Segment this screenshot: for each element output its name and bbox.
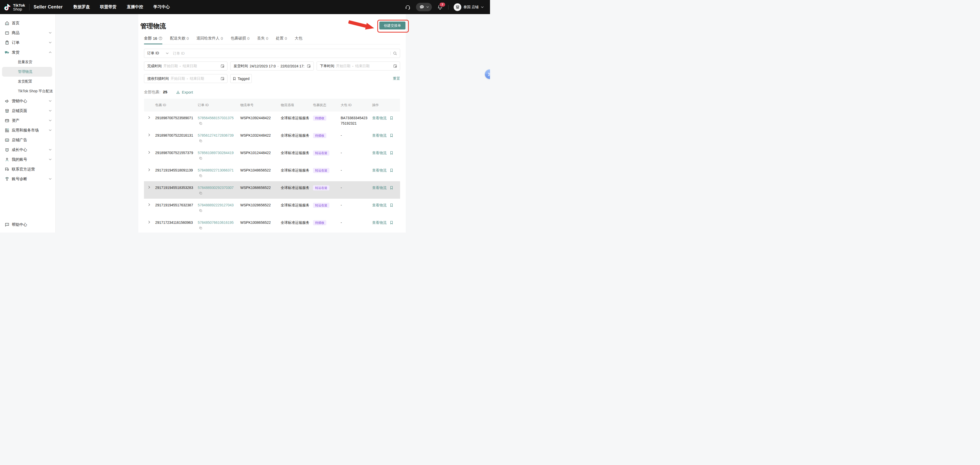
tab-all[interactable]: 全部 16 <box>144 36 162 44</box>
sidebar-item-contact-ops[interactable]: 联系官方运营 <box>0 164 55 174</box>
filter-complete-time[interactable]: 完成时间 开始日期 - 结束日期 <box>144 62 228 70</box>
sidebar-item-help-center[interactable]: ? 帮助中心 <box>0 220 55 229</box>
sidebar-item-my-account[interactable]: 我的账号 <box>0 155 55 164</box>
question-circle-icon[interactable] <box>159 37 162 40</box>
view-logistics-link[interactable]: 查看物流 <box>372 150 387 156</box>
row-expand-chevron[interactable] <box>148 151 151 154</box>
reset-filters-link[interactable]: 重置 <box>393 77 400 81</box>
command-float-button[interactable] <box>485 69 490 79</box>
copy-icon[interactable] <box>199 139 202 144</box>
row-expand-chevron[interactable] <box>148 116 151 119</box>
sidebar-item-shipping-config[interactable]: 发货配置 <box>0 77 55 86</box>
row-expand-chevron[interactable] <box>148 221 151 224</box>
filter-scan-time[interactable]: 揽收扫描时间 开始日期 - 结束日期 <box>144 74 228 83</box>
actions-cell: 查看物流 <box>372 168 400 173</box>
order-id-cell: 578488892229127043 <box>198 203 240 214</box>
filter-order-time[interactable]: 下单时间 开始日期 - 结束日期 <box>317 62 400 70</box>
user-icon <box>5 157 10 162</box>
order-id-link[interactable]: 578488930292370307 <box>198 185 234 190</box>
total-packages-value: 25 <box>163 90 167 94</box>
order-id-link[interactable]: 578564568157031375 <box>198 116 234 120</box>
copy-icon[interactable] <box>199 191 202 197</box>
view-logistics-link[interactable]: 查看物流 <box>372 203 387 208</box>
order-id-link[interactable]: 578561274172836739 <box>198 133 234 137</box>
tiktok-shop-logo[interactable]: TikTok Shop <box>3 3 25 11</box>
copy-icon[interactable] <box>199 121 202 127</box>
row-expand-chevron[interactable] <box>148 168 151 171</box>
copy-icon[interactable] <box>199 174 202 179</box>
svg-text:AD: AD <box>6 139 8 141</box>
search-category-select[interactable]: 订单 ID <box>147 51 169 56</box>
product-bag-icon <box>5 30 10 35</box>
nav-learning-center[interactable]: 学习中心 <box>153 4 170 10</box>
sidebar-item-manage-logistics[interactable]: 管理物流 <box>2 67 52 77</box>
sidebar-item-growth-center[interactable]: 成长中心 <box>0 145 55 155</box>
sidebar-item-orders[interactable]: 订单 <box>0 38 55 48</box>
bookmark-icon[interactable] <box>390 116 393 120</box>
view-logistics-link[interactable]: 查看物流 <box>372 115 387 121</box>
sidebar-item-account-health[interactable]: 账号诊断 <box>0 174 55 184</box>
create-handover-button[interactable]: 创建交接单 <box>379 22 406 29</box>
tab-count: 0 <box>187 36 189 40</box>
search-icon[interactable] <box>393 51 397 56</box>
shipping-option-cell: 全球标准运输服务 <box>281 133 313 138</box>
tab-lost[interactable]: 丢失0 <box>257 36 268 44</box>
tab-label: 处置 <box>276 36 283 41</box>
seller-center-title[interactable]: Seller Center <box>33 4 63 10</box>
sidebar-item-shop-ads[interactable]: AD 店铺广告 <box>0 135 55 145</box>
copy-icon[interactable] <box>199 156 202 161</box>
tab-disposal[interactable]: 处置0 <box>276 36 287 44</box>
shop-switcher[interactable]: 泰国 店铺 <box>453 3 484 11</box>
bookmark-icon[interactable] <box>390 221 393 225</box>
export-button[interactable]: Export <box>176 90 193 94</box>
sidebar-item-shipping[interactable]: 发货 <box>0 48 55 57</box>
sidebar-item-products[interactable]: 商品 <box>0 28 55 38</box>
nav-data-compass[interactable]: 数据罗盘 <box>73 4 90 10</box>
sidebar-item-platform-delivery[interactable]: TikTok Shop 平台配送 <box>0 86 55 96</box>
search-category-value: 订单 ID <box>147 51 159 56</box>
order-id-link[interactable]: 578485076610616195 <box>198 221 234 225</box>
filter-ship-time[interactable]: 发货时间 24/12/2023 17:0 - 22/02/2024 17: <box>230 62 314 70</box>
view-logistics-link[interactable]: 查看物流 <box>372 133 387 138</box>
support-headset-icon[interactable] <box>405 4 411 10</box>
bookmark-icon[interactable] <box>390 168 393 172</box>
tab-returned-to-sender[interactable]: 退回给发件人0 <box>196 36 223 44</box>
sidebar-item-marketing[interactable]: 营销中心 <box>0 96 55 106</box>
row-expand-chevron[interactable] <box>148 185 151 189</box>
tab-delivery-failed[interactable]: 配送失败0 <box>170 36 189 44</box>
trophy-icon <box>5 177 10 182</box>
search-input[interactable] <box>172 51 390 56</box>
sidebar-item-shop-pages[interactable]: 店铺页面 <box>0 106 55 116</box>
tab-package-damaged[interactable]: 包裹破损0 <box>231 36 249 44</box>
bookmark-icon[interactable] <box>390 134 393 137</box>
nav-affiliate[interactable]: 联盟带货 <box>100 4 116 10</box>
nav-live-console[interactable]: 直播中控 <box>127 4 143 10</box>
bookmark-icon[interactable] <box>390 151 393 155</box>
order-id-link[interactable]: 578488922713066371 <box>198 168 234 172</box>
sidebar-item-home[interactable]: 首页 <box>0 18 55 28</box>
copy-icon[interactable] <box>199 226 202 231</box>
shop-avatar <box>453 3 461 11</box>
copy-icon[interactable] <box>199 208 202 214</box>
bookmark-icon[interactable] <box>390 203 393 207</box>
view-logistics-link[interactable]: 查看物流 <box>372 185 387 190</box>
tagged-filter-button[interactable]: Tagged <box>230 74 252 83</box>
sidebar-item-assets[interactable]: 资产 <box>0 116 55 125</box>
view-logistics-link[interactable]: 查看物流 <box>372 168 387 173</box>
order-id-link[interactable]: 578561089730284419 <box>198 151 234 155</box>
row-expand-chevron[interactable] <box>148 133 151 137</box>
sidebar-item-app-marketplace[interactable]: 应用和服务市场 <box>0 125 55 135</box>
order-id-cell: 578561089730284419 <box>198 150 240 161</box>
notifications-button[interactable]: 7 <box>437 4 443 10</box>
storefront-icon <box>455 5 460 9</box>
messages-button[interactable] <box>416 3 432 11</box>
view-logistics-link[interactable]: 查看物流 <box>372 220 387 225</box>
sidebar-item-bulk-shipping[interactable]: 批量发货 <box>0 57 55 67</box>
tab-label: 丢失 <box>257 36 265 41</box>
credit-card-icon <box>5 118 10 123</box>
bookmark-icon[interactable] <box>390 186 393 190</box>
order-id-link[interactable]: 578488892229127043 <box>198 203 234 207</box>
package-id-cell: 2917191945518353283 <box>155 185 198 190</box>
tab-big-bag[interactable]: 大包 <box>294 36 302 44</box>
row-expand-chevron[interactable] <box>148 203 151 206</box>
